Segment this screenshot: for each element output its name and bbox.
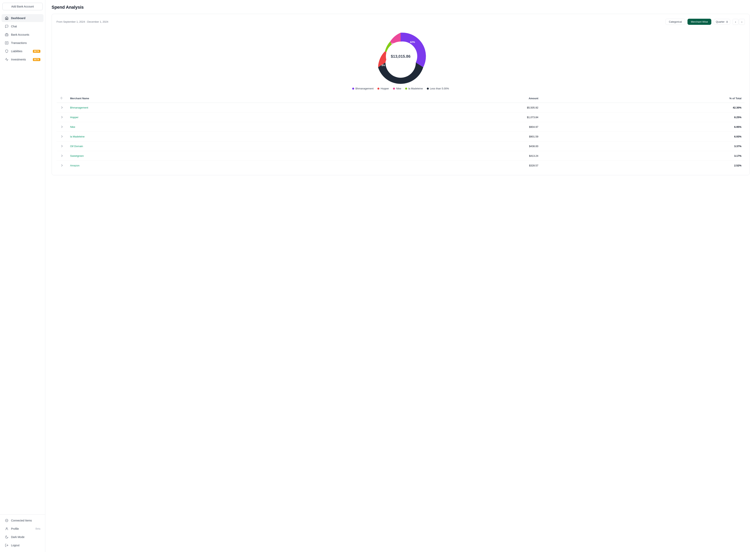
row-expand-cell[interactable]: [57, 103, 67, 113]
chevron-right-icon[interactable]: [60, 106, 64, 110]
sidebar-item-label: Bank Accounts: [11, 33, 29, 36]
connected-icon: [5, 519, 9, 523]
liabilities-icon: [5, 49, 9, 53]
svg-text:36%: 36%: [405, 72, 410, 75]
legend-dot: [393, 88, 395, 90]
sidebar-item-label: Profile: [11, 527, 19, 530]
table-row: la Madeleine $901.59 6.93%: [57, 132, 745, 141]
period-label: Quarter: [716, 20, 725, 23]
legend-item: Hopper: [377, 87, 389, 90]
legend-item: Less than 5.00%: [427, 87, 449, 90]
sidebar-item-label: Transactions: [11, 41, 27, 44]
percent-cell: 8.25%: [542, 113, 745, 122]
chart-controls: Categorical Merchant Wise Quarter ‹ ›: [665, 19, 745, 25]
amount-cell: $413.24: [346, 151, 542, 161]
legend-item: Nike: [393, 87, 401, 90]
sidebar-item-label: Connected Items: [11, 519, 32, 522]
logout-icon: [5, 543, 9, 547]
sidebar-item-label: Chat: [11, 25, 17, 28]
row-expand-cell[interactable]: [57, 132, 67, 141]
chevron-right-icon[interactable]: [60, 163, 64, 167]
merchant-name-cell[interactable]: Sweetgreen: [67, 151, 346, 161]
table-row: Sweetgreen $413.24 3.17%: [57, 151, 745, 161]
amount-cell: $328.57: [346, 161, 542, 170]
percent-cell: 6.93%: [542, 132, 745, 141]
moon-icon: [5, 535, 9, 539]
chevron-right-icon[interactable]: [60, 125, 64, 129]
amount-cell: $901.59: [346, 132, 542, 141]
beta-badge: BETA: [33, 58, 40, 61]
legend-label: Hopper: [381, 87, 389, 90]
profile-beta-label: Beta: [35, 527, 40, 530]
merchant-wise-button[interactable]: Merchant Wise: [688, 19, 711, 25]
chevron-right-icon[interactable]: [60, 144, 64, 148]
period-selector[interactable]: Quarter: [714, 19, 730, 25]
amount-header: Amount: [346, 94, 542, 103]
table-row: Hopper $1,073.84 8.25%: [57, 113, 745, 122]
table-row: Nike $904.97 6.95%: [57, 122, 745, 132]
row-expand-cell[interactable]: [57, 141, 67, 151]
sidebar-item-profile[interactable]: Profile Beta: [2, 525, 43, 533]
svg-text:7%: 7%: [391, 42, 394, 45]
row-expand-cell[interactable]: [57, 113, 67, 122]
svg-rect-1: [5, 41, 8, 44]
categorical-button[interactable]: Categorical: [665, 19, 685, 25]
sidebar-item-investments[interactable]: Investments BETA: [2, 55, 43, 63]
legend-dot: [377, 88, 380, 90]
amount-cell: $5,505.92: [346, 103, 542, 113]
amount-cell: $438.00: [346, 141, 542, 151]
sidebar: Add Bank Account Dashboard Chat Bank Acc…: [0, 0, 45, 552]
table-row: Otf Domain $438.00 3.37%: [57, 141, 745, 151]
row-expand-cell[interactable]: [57, 151, 67, 161]
percent-header: % of Total: [542, 94, 745, 103]
sidebar-item-chat[interactable]: Chat: [2, 22, 43, 30]
chevron-updown-icon: [726, 21, 728, 23]
sidebar-item-label: Investments: [11, 58, 26, 61]
next-period-button[interactable]: ›: [739, 19, 745, 25]
table-row: Amazon $328.57 2.52%: [57, 161, 745, 170]
merchant-name-cell[interactable]: la Madeleine: [67, 132, 346, 141]
sort-icon: [60, 97, 63, 100]
merchant-name-cell[interactable]: Otf Domain: [67, 141, 346, 151]
svg-point-4: [6, 520, 6, 521]
merchant-name-cell[interactable]: Nike: [67, 122, 346, 132]
chevron-right-icon[interactable]: [60, 115, 64, 119]
legend-label: Bhmanagement: [355, 87, 373, 90]
sidebar-item-transactions[interactable]: Transactions: [2, 39, 43, 47]
sidebar-item-label: Logout: [11, 544, 19, 547]
merchant-name-cell[interactable]: Bhmanagement: [67, 103, 346, 113]
main-content: Spend Analysis From September 1, 2024 - …: [45, 0, 756, 552]
legend-label: Nike: [396, 87, 401, 90]
legend-dot: [427, 88, 429, 90]
chevron-right-icon[interactable]: [60, 135, 64, 138]
table-row: Bhmanagement $5,505.92 42.30%: [57, 103, 745, 113]
sidebar-item-label: Dashboard: [11, 17, 25, 20]
period-nav-arrows: ‹ ›: [733, 19, 745, 25]
sidebar-item-dashboard[interactable]: Dashboard: [2, 14, 43, 22]
sidebar-item-logout[interactable]: Logout: [2, 541, 43, 549]
svg-text:7%: 7%: [386, 52, 389, 54]
add-bank-account-button[interactable]: Add Bank Account: [2, 3, 43, 10]
merchant-name-cell[interactable]: Amazon: [67, 161, 346, 170]
percent-cell: 3.17%: [542, 151, 745, 161]
sidebar-bottom: Connected Items Profile Beta Dark Mode L…: [0, 514, 45, 552]
sidebar-item-bank-accounts[interactable]: Bank Accounts: [2, 31, 43, 39]
donut-chart-area: 42% 36% 8% 7% 7% $13,015.86 Bhmanagement…: [56, 29, 745, 90]
investments-icon: [5, 57, 9, 61]
svg-point-6: [6, 528, 7, 529]
merchant-name-cell[interactable]: Hopper: [67, 113, 346, 122]
donut-center-label: $13,015.86: [391, 54, 411, 59]
sidebar-item-connected-items[interactable]: Connected Items: [2, 517, 43, 524]
chevron-right-icon[interactable]: [60, 154, 64, 158]
donut-total-amount: $13,015.86: [391, 54, 411, 58]
row-expand-cell[interactable]: [57, 161, 67, 170]
legend-item: Bhmanagement: [352, 87, 373, 90]
svg-text:8%: 8%: [382, 64, 385, 67]
prev-period-button[interactable]: ‹: [733, 19, 739, 25]
sidebar-item-label: Dark Mode: [11, 535, 24, 539]
sidebar-item-liabilities[interactable]: Liabilities BETA: [2, 47, 43, 55]
row-expand-cell[interactable]: [57, 122, 67, 132]
sidebar-item-dark-mode[interactable]: Dark Mode: [2, 533, 43, 541]
table-expand-header: [57, 94, 67, 103]
home-icon: [5, 16, 9, 20]
